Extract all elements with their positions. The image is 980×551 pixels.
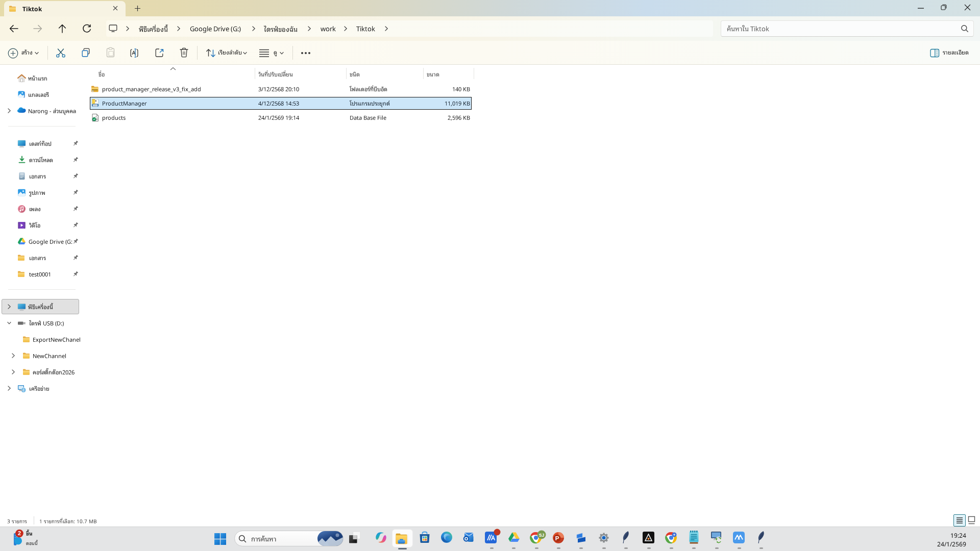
svg-text:P: P (555, 535, 559, 541)
svg-text:2: 2 (18, 530, 21, 536)
svg-text:SJ: SJ (539, 533, 545, 538)
